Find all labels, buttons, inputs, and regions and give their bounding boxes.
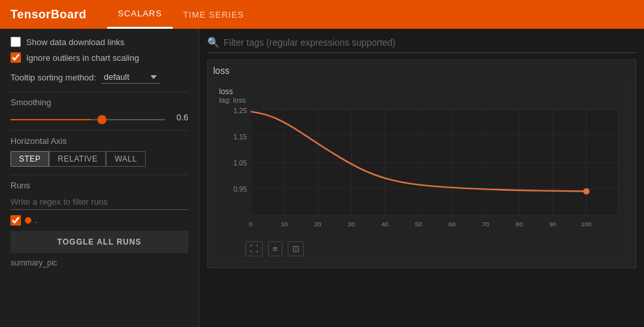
chart-tag: tag: loss: [219, 96, 624, 104]
divider-2: [10, 130, 188, 131]
ignore-outliers-checkbox[interactable]: [10, 52, 21, 63]
horizontal-axis-label: Horizontal Axis: [10, 136, 188, 146]
chart-card-title: loss: [213, 65, 630, 76]
chart-wrapper: loss tag: loss: [213, 81, 630, 262]
smoothing-value: 0.6: [170, 112, 188, 122]
svg-text:80: 80: [516, 220, 523, 228]
run-checkbox[interactable]: [10, 215, 21, 226]
ignore-outliers-row: Ignore outliers in chart scaling: [10, 52, 188, 63]
run-label: .: [35, 216, 37, 225]
show-download-label[interactable]: Show data download links: [26, 37, 124, 47]
axis-relative-button[interactable]: RELATIVE: [49, 151, 106, 167]
nav-scalars[interactable]: SCALARS: [107, 0, 173, 29]
chart-zoom-button[interactable]: ⊡: [288, 241, 304, 256]
tooltip-sorting-label: Tooltip sorting method:: [10, 73, 96, 82]
ignore-outliers-label[interactable]: Ignore outliers in chart scaling: [26, 53, 139, 63]
sidebar: Show data download links Ignore outliers…: [0, 29, 199, 327]
chart-inner-title: loss: [219, 87, 624, 96]
svg-text:0.95: 0.95: [233, 186, 247, 194]
smoothing-label: Smoothing: [10, 97, 188, 107]
main-nav: SCALARS TIME SERIES: [107, 0, 254, 29]
svg-text:50: 50: [415, 220, 422, 228]
runs-section: Runs .: [10, 181, 188, 226]
main-layout: Show data download links Ignore outliers…: [0, 29, 644, 327]
chart-area: 1.25 1.15 1.05 0.95 0 10 20 30 40 50 60 …: [219, 107, 624, 237]
tooltip-sorting-select[interactable]: default ascending descending nearest: [101, 71, 160, 84]
filter-tags-input[interactable]: [224, 37, 636, 48]
header: TensorBoard SCALARS TIME SERIES: [0, 0, 644, 29]
runs-label: Runs: [10, 181, 188, 190]
download-links-section: Show data download links Ignore outliers…: [10, 37, 188, 63]
horizontal-axis-section: Horizontal Axis STEP RELATIVE WALL: [10, 136, 188, 167]
search-icon: 🔍: [207, 37, 220, 48]
chart-toolbar: ⛶ ≡ ⊡: [219, 241, 624, 256]
svg-text:1.15: 1.15: [233, 133, 247, 141]
show-download-row: Show data download links: [10, 37, 188, 47]
svg-text:100: 100: [581, 220, 592, 228]
svg-text:60: 60: [449, 220, 456, 228]
smoothing-row: 0.6: [10, 112, 188, 122]
axis-wall-button[interactable]: WALL: [106, 151, 145, 167]
nav-time-series[interactable]: TIME SERIES: [173, 0, 254, 29]
smoothing-slider[interactable]: [10, 119, 165, 120]
smoothing-slider-container: [10, 112, 165, 122]
svg-point-33: [583, 188, 590, 195]
divider-1: [10, 92, 188, 92]
run-color-dot: [25, 217, 31, 224]
svg-text:90: 90: [549, 220, 556, 228]
summary-pic-label: summary_pic: [10, 258, 188, 267]
divider-3: [10, 175, 188, 175]
svg-text:10: 10: [280, 220, 288, 228]
svg-text:30: 30: [348, 220, 355, 228]
chart-list-button[interactable]: ≡: [268, 241, 282, 256]
svg-text:0: 0: [249, 220, 252, 228]
toggle-all-runs-button[interactable]: TOGGLE ALL RUNS: [10, 231, 188, 253]
svg-text:40: 40: [381, 220, 388, 228]
chart-fit-button[interactable]: ⛶: [245, 241, 263, 256]
svg-text:1.05: 1.05: [233, 159, 247, 167]
chart-card: loss loss tag: loss: [207, 60, 636, 268]
axis-step-button[interactable]: STEP: [10, 151, 49, 167]
show-download-checkbox[interactable]: [10, 37, 21, 47]
axis-button-group: STEP RELATIVE WALL: [10, 151, 188, 167]
runs-filter-input[interactable]: [10, 196, 188, 210]
chart-svg: 1.25 1.15 1.05 0.95 0 10 20 30 40 50 60 …: [219, 107, 624, 237]
svg-text:1.25: 1.25: [233, 107, 247, 114]
svg-text:70: 70: [482, 220, 489, 228]
smoothing-section: Smoothing 0.6: [10, 97, 188, 122]
svg-text:20: 20: [314, 220, 322, 228]
app-logo: TensorBoard: [10, 8, 86, 22]
filter-bar: 🔍: [207, 34, 636, 53]
tooltip-row: Tooltip sorting method: default ascendin…: [10, 71, 188, 84]
run-item: .: [10, 215, 188, 226]
main-content: 🔍 loss loss tag: loss: [199, 29, 644, 327]
